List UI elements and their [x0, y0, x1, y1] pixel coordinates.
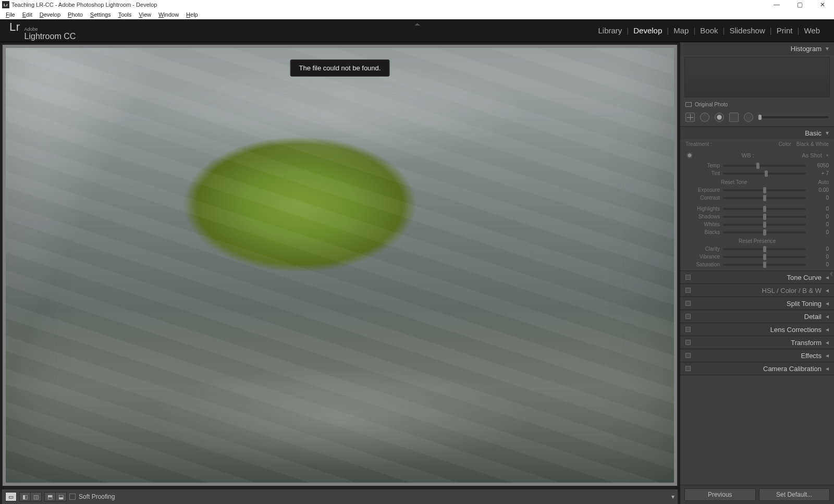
wb-value[interactable]: As Shot [802, 152, 822, 158]
expand-icon: ◂ [826, 365, 829, 372]
window-maximize-button[interactable]: ▢ [788, 0, 811, 9]
presence-reset-label[interactable]: Reset Presence [739, 238, 776, 244]
menu-tools[interactable]: Tools [116, 11, 134, 18]
module-picker: Library| Develop| Map| Book| Slideshow| … [593, 26, 825, 35]
temp-row: Temp6050 [680, 162, 834, 169]
menu-view[interactable]: View [136, 11, 154, 18]
logo-mark: Lr [9, 20, 20, 34]
module-slideshow[interactable]: Slideshow [725, 26, 769, 35]
basic-header[interactable]: Basic ▾ [680, 127, 834, 139]
whites-slider[interactable] [723, 224, 806, 226]
mask-slider[interactable] [758, 116, 829, 118]
module-develop[interactable]: Develop [629, 26, 667, 35]
clarity-slider[interactable] [723, 248, 806, 250]
contrast-slider[interactable] [723, 197, 806, 199]
canvas-area: The file could not be found. ▭ ◧ ◫ ⬒ ⬓ S… [0, 42, 680, 504]
treatment-color[interactable]: Color [779, 141, 791, 147]
module-map[interactable]: Map [669, 26, 693, 35]
original-photo-label: Original Photo [695, 102, 728, 107]
module-book[interactable]: Book [695, 26, 722, 35]
histogram-header[interactable]: Histogram ▾ [680, 42, 834, 55]
before-after-tb-button[interactable]: ⬒ [44, 492, 56, 501]
expand-icon: ◂ [826, 274, 829, 281]
camera-calibration-header[interactable]: Camera Calibration◂ [680, 362, 834, 375]
treatment-bw[interactable]: Black & White [796, 141, 829, 147]
panel-switch-icon[interactable] [685, 327, 691, 332]
radial-filter-icon[interactable] [744, 113, 753, 122]
panel-switch-icon[interactable] [685, 353, 691, 358]
grad-filter-icon[interactable] [729, 113, 739, 122]
reset-button[interactable]: Set Default... [759, 488, 830, 501]
soft-proofing-checkbox[interactable] [69, 494, 76, 500]
panel-switch-icon[interactable] [685, 301, 691, 306]
exposure-slider[interactable] [723, 189, 806, 191]
panel-handle-right[interactable]: ◂ [830, 267, 832, 279]
tone-curve-header[interactable]: Tone Curve◂ [680, 271, 834, 284]
wb-menu-icon[interactable]: ▾ [826, 153, 829, 158]
menu-photo[interactable]: Photo [65, 11, 85, 18]
tone-reset-label[interactable]: Reset Tone [721, 179, 747, 185]
hsl-header[interactable]: HSL / Color / B & W◂ [680, 284, 834, 297]
window-close-button[interactable]: ✕ [811, 0, 834, 9]
tint-slider[interactable] [723, 173, 806, 175]
before-after-lr-button[interactable]: ◧ [19, 492, 31, 501]
saturation-slider[interactable] [723, 264, 806, 266]
histogram-canvas[interactable] [684, 57, 830, 97]
crop-tool-icon[interactable] [685, 113, 695, 122]
panel-switch-icon[interactable] [685, 366, 691, 371]
window-title: Teaching LR-CC - Adobe Photoshop Lightro… [11, 2, 157, 8]
temp-slider[interactable] [723, 165, 806, 167]
panel-switch-icon[interactable] [685, 314, 691, 319]
previous-button[interactable]: Previous [684, 488, 756, 501]
effects-header[interactable]: Effects◂ [680, 349, 834, 362]
expand-icon: ◂ [826, 339, 829, 346]
panel-footer: Previous Set Default... [680, 485, 834, 504]
app-body: ▸ The file could not be found. ▭ ◧ ◫ ⬒ ⬓ [0, 42, 834, 504]
menu-window[interactable]: Window [156, 11, 181, 18]
soft-proofing-label: Soft Proofing [79, 493, 115, 500]
before-after-segment-2: ⬒ ⬓ [44, 492, 66, 501]
expand-icon: ◂ [826, 326, 829, 333]
module-print[interactable]: Print [772, 26, 798, 35]
vibrance-slider[interactable] [723, 256, 806, 258]
panel-switch-icon[interactable] [685, 288, 691, 293]
detail-header[interactable]: Detail◂ [680, 310, 834, 323]
menu-file[interactable]: File [3, 11, 18, 18]
menu-develop[interactable]: Develop [37, 11, 63, 18]
blacks-slider[interactable] [723, 231, 806, 233]
loupe-view-button[interactable]: ▭ [5, 492, 17, 501]
tone-auto-button[interactable]: Auto [818, 179, 829, 185]
menu-help[interactable]: Help [183, 11, 201, 18]
treatment-label: Treatment : [685, 141, 712, 147]
split-toning-header[interactable]: Split Toning◂ [680, 297, 834, 310]
toolbar-more-menu[interactable]: ▾ [671, 493, 674, 500]
panel-handle-top[interactable]: ▴ [414, 22, 420, 27]
lens-corrections-header[interactable]: Lens Corrections◂ [680, 323, 834, 336]
redeye-tool-icon[interactable] [715, 113, 724, 122]
app-logo: Lr Adobe Lightroom CC [9, 20, 76, 41]
basic-title: Basic [805, 129, 821, 137]
brand-small: Adobe [24, 27, 76, 32]
basic-body: Treatment : Color Black & White WB : As … [680, 139, 834, 271]
spot-tool-icon[interactable] [700, 113, 709, 122]
panel-switch-icon[interactable] [685, 275, 691, 280]
before-after-tb-split-button[interactable]: ⬓ [55, 492, 67, 501]
menu-edit[interactable]: Edit [20, 11, 35, 18]
wb-eyedropper-icon[interactable] [685, 151, 694, 159]
local-adjust-tools [680, 110, 834, 126]
before-after-lr-split-button[interactable]: ◫ [30, 492, 42, 501]
loupe-frame[interactable]: The file could not be found. [2, 44, 678, 486]
brand-name: Lightroom CC [24, 32, 76, 41]
panel-switch-icon[interactable] [685, 340, 691, 345]
window-minimize-button[interactable]: — [765, 0, 788, 9]
module-web[interactable]: Web [799, 26, 825, 35]
menu-settings[interactable]: Settings [88, 11, 114, 18]
shadows-slider[interactable] [723, 216, 806, 218]
photo-preview [6, 48, 674, 483]
highlights-slider[interactable] [723, 208, 806, 210]
collapse-icon: ▾ [826, 45, 829, 52]
before-after-segment: ◧ ◫ [19, 492, 41, 501]
collapse-icon: ▾ [826, 129, 829, 137]
transform-header[interactable]: Transform◂ [680, 336, 834, 349]
module-library[interactable]: Library [593, 26, 627, 35]
